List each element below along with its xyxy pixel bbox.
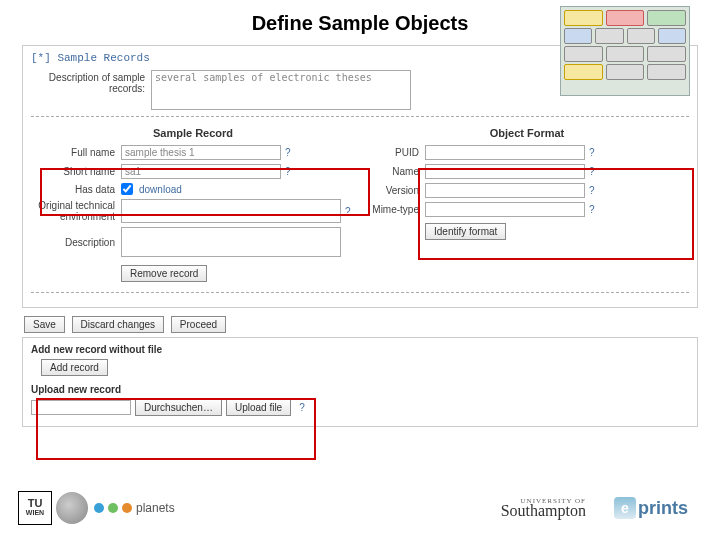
has-data-checkbox[interactable] [121, 183, 133, 195]
help-icon[interactable]: ? [285, 166, 291, 177]
identify-format-button[interactable]: Identify format [425, 223, 506, 240]
help-icon[interactable]: ? [589, 185, 595, 196]
download-link[interactable]: download [139, 184, 182, 195]
help-icon[interactable]: ? [345, 206, 351, 217]
tu-wien-logo: TU WIEN [18, 491, 52, 525]
version-input[interactable] [425, 183, 585, 198]
upload-new-heading: Upload new record [31, 384, 121, 395]
browse-button[interactable]: Durchsuchen… [135, 399, 222, 416]
footer-logos: TU WIEN planets UNIVERSITY OF Southampto… [0, 480, 720, 540]
workflow-thumbnail [560, 6, 690, 96]
sample-record-title: Sample Record [31, 127, 355, 139]
has-data-label: Has data [31, 184, 121, 195]
help-icon[interactable]: ? [589, 147, 595, 158]
southampton-logo: UNIVERSITY OF Southampton [501, 497, 586, 520]
add-record-button[interactable]: Add record [41, 359, 108, 376]
help-icon[interactable]: ? [299, 402, 305, 413]
remove-record-button[interactable]: Remove record [121, 265, 207, 282]
proceed-button[interactable]: Proceed [171, 316, 226, 333]
add-section: Add new record without file Add record U… [22, 337, 698, 427]
full-name-input[interactable] [121, 145, 281, 160]
mime-input[interactable] [425, 202, 585, 217]
owl-logo [56, 492, 88, 524]
short-name-input[interactable] [121, 164, 281, 179]
sample-record-column: Sample Record Full name ? Short name ? H… [31, 123, 355, 286]
eprints-logo: eprints [614, 497, 688, 519]
upload-file-button[interactable]: Upload file [226, 399, 291, 416]
puid-label: PUID [365, 147, 425, 158]
env-label: Original technical environment [31, 200, 121, 222]
environment-input[interactable] [121, 199, 341, 223]
puid-input[interactable] [425, 145, 585, 160]
discard-button[interactable]: Discard changes [72, 316, 164, 333]
short-name-label: Short name [31, 166, 121, 177]
upload-path-input[interactable] [31, 400, 131, 415]
desc-label: Description of sample records: [31, 70, 151, 94]
version-label: Version [365, 185, 425, 196]
save-button[interactable]: Save [24, 316, 65, 333]
help-icon[interactable]: ? [589, 204, 595, 215]
mime-label: Mime-type [365, 204, 425, 215]
action-bar: Save Discard changes Proceed [24, 316, 720, 333]
description-label: Description [31, 237, 121, 248]
help-icon[interactable]: ? [285, 147, 291, 158]
divider [31, 116, 689, 117]
object-format-column: Object Format PUID ? Name ? Version ? Mi… [365, 123, 689, 286]
add-without-file-heading: Add new record without file [31, 344, 162, 355]
divider [31, 292, 689, 293]
name-label: Name [365, 166, 425, 177]
record-description-input[interactable] [121, 227, 341, 257]
planets-logo: planets [94, 501, 175, 515]
format-name-input[interactable] [425, 164, 585, 179]
full-name-label: Full name [31, 147, 121, 158]
help-icon[interactable]: ? [589, 166, 595, 177]
sample-records-description[interactable]: several samples of electronic theses [151, 70, 411, 110]
object-format-title: Object Format [365, 127, 689, 139]
